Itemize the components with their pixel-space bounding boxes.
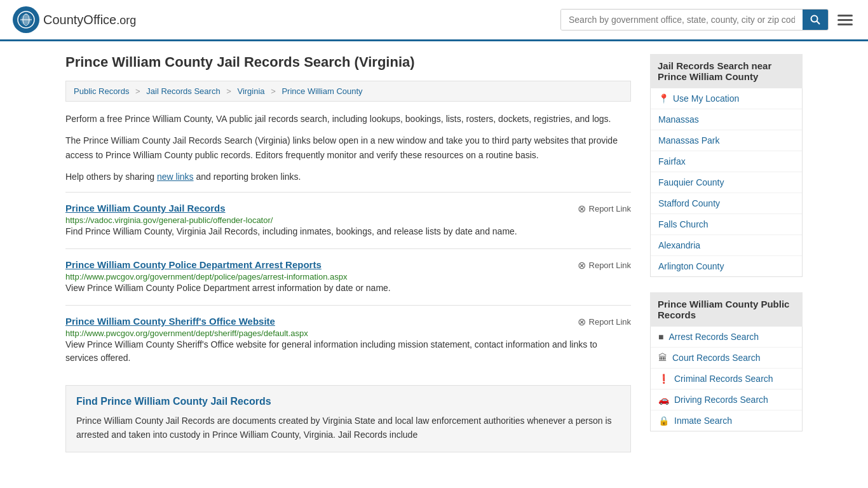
hamburger-line-3 (837, 24, 853, 25)
sidebar: Jail Records Search near Prince William … (650, 54, 803, 452)
breadcrumb-sep-1: > (135, 86, 140, 96)
breadcrumb-virginia[interactable]: Virginia (237, 86, 264, 96)
logo-icon (13, 6, 39, 33)
svg-line-6 (817, 22, 820, 25)
result-header-1: Prince William County Jail Records ⊗ Rep… (65, 203, 631, 215)
breadcrumb-jail-records[interactable]: Jail Records Search (146, 86, 220, 96)
menu-button[interactable] (835, 12, 855, 28)
sidebar-link-arlington-county[interactable]: Arlington County (651, 256, 802, 276)
intro-text-3: Help others by sharing new links and rep… (65, 170, 631, 184)
hamburger-line-2 (837, 19, 853, 21)
result-url-2[interactable]: http://www.pwcgov.org/government/dept/po… (65, 272, 347, 281)
sidebar-item-manassas-park: Manassas Park (651, 130, 802, 151)
result-desc-1: Find Prince William County, Virginia Jai… (65, 225, 631, 238)
driving-records-label: Driving Records Search (674, 395, 768, 405)
court-icon: 🏛 (658, 353, 667, 363)
content-area: Prince William County Jail Records Searc… (65, 54, 631, 452)
report-link-btn-3[interactable]: ⊗ Report Link (578, 316, 631, 328)
find-section-text: Prince William County Jail Records are d… (76, 414, 620, 442)
sidebar-public-list: ■ Arrest Records Search 🏛 Court Records … (650, 327, 803, 431)
report-label-2: Report Link (589, 261, 631, 270)
logo-suffix: .org (116, 14, 136, 27)
breadcrumb: Public Records > Jail Records Search > V… (65, 81, 631, 102)
sidebar-link-driving-records[interactable]: 🚗 Driving Records Search (651, 390, 776, 410)
sidebar-link-fauquier-county[interactable]: Fauquier County (651, 172, 802, 193)
search-button[interactable] (803, 10, 828, 30)
sidebar-item-arlington-county: Arlington County (651, 256, 802, 276)
sidebar-item-court-records: 🏛 Court Records Search (651, 348, 802, 369)
driving-icon: 🚗 (658, 395, 669, 405)
report-label-3: Report Link (589, 317, 631, 327)
inmate-search-label: Inmate Search (674, 416, 732, 426)
main-container: Prince William County Jail Records Searc… (53, 41, 815, 465)
report-link-btn-2[interactable]: ⊗ Report Link (578, 259, 631, 271)
sidebar-item-criminal-records: ❗ Criminal Records Search (651, 369, 802, 390)
intro-text-1: Perform a free Prince William County, VA… (65, 112, 631, 126)
sidebar-link-fairfax[interactable]: Fairfax (651, 151, 802, 172)
find-section-title: Find Prince William County Jail Records (76, 396, 620, 407)
court-records-label: Court Records Search (672, 353, 761, 363)
result-header-2: Prince William County Police Department … (65, 259, 631, 271)
criminal-icon: ❗ (658, 374, 669, 384)
sidebar-link-court-records[interactable]: 🏛 Court Records Search (651, 348, 768, 368)
report-icon-2: ⊗ (578, 259, 586, 271)
sidebar-link-alexandria[interactable]: Alexandria (651, 235, 802, 255)
result-title-2[interactable]: Prince William County Police Department … (65, 259, 322, 270)
inmate-icon: 🔒 (658, 416, 669, 426)
header-right (560, 9, 855, 30)
criminal-records-label: Criminal Records Search (674, 374, 773, 384)
sidebar-public-section: Prince William County Public Records ■ A… (650, 292, 803, 431)
logo-main-text: CountyOffice (43, 13, 116, 27)
intro-text-2: The Prince William County Jail Records S… (65, 133, 631, 162)
site-header: CountyOffice.org (0, 0, 868, 41)
sidebar-link-inmate-search[interactable]: 🔒 Inmate Search (651, 410, 740, 431)
hamburger-line-1 (837, 15, 853, 17)
sidebar-item-inmate-search: 🔒 Inmate Search (651, 410, 802, 431)
use-location-link[interactable]: 📍 Use My Location (651, 88, 802, 109)
sidebar-item-alexandria: Alexandria (651, 235, 802, 256)
sidebar-link-criminal-records[interactable]: ❗ Criminal Records Search (651, 369, 781, 389)
sidebar-link-arrest-records[interactable]: ■ Arrest Records Search (651, 327, 766, 347)
search-input[interactable] (561, 10, 803, 30)
sidebar-link-stafford-county[interactable]: Stafford County (651, 193, 802, 214)
intro-text-3-post: and reporting broken links. (194, 172, 301, 182)
search-bar (560, 9, 829, 30)
result-header-3: Prince William County Sheriff's Office W… (65, 316, 631, 328)
sidebar-item-stafford-county: Stafford County (651, 193, 802, 214)
result-title-1[interactable]: Prince William County Jail Records (65, 203, 226, 214)
sidebar-item-fauquier-county: Fauquier County (651, 172, 802, 193)
sidebar-link-manassas[interactable]: Manassas (651, 109, 802, 130)
result-item-2: Prince William County Police Department … (65, 248, 631, 305)
sidebar-link-falls-church[interactable]: Falls Church (651, 214, 802, 234)
sidebar-link-manassas-park[interactable]: Manassas Park (651, 130, 802, 151)
use-location-label: Use My Location (673, 93, 739, 104)
sidebar-item-manassas: Manassas (651, 109, 802, 130)
sidebar-nearby-title: Jail Records Search near Prince William … (650, 54, 803, 88)
report-icon-1: ⊗ (578, 203, 586, 215)
result-url-1[interactable]: https://vadoc.virginia.gov/general-publi… (65, 215, 273, 225)
breadcrumb-sep-3: > (271, 86, 276, 96)
find-section: Find Prince William County Jail Records … (65, 385, 631, 453)
report-link-btn-1[interactable]: ⊗ Report Link (578, 203, 631, 215)
page-title: Prince William County Jail Records Searc… (65, 54, 631, 71)
result-desc-2: View Prince William County Police Depart… (65, 281, 631, 295)
sidebar-item-fairfax: Fairfax (651, 151, 802, 172)
new-links-link[interactable]: new links (157, 172, 194, 182)
result-item-3: Prince William County Sheriff's Office W… (65, 305, 631, 375)
sidebar-nearby-section: Jail Records Search near Prince William … (650, 54, 803, 277)
result-desc-3: View Prince William County Sheriff's Off… (65, 338, 631, 365)
logo-area: CountyOffice.org (13, 6, 136, 33)
report-icon-3: ⊗ (578, 316, 586, 328)
result-title-3[interactable]: Prince William County Sheriff's Office W… (65, 316, 275, 327)
breadcrumb-county[interactable]: Prince William County (281, 86, 362, 96)
breadcrumb-sep-2: > (226, 86, 231, 96)
result-item-1: Prince William County Jail Records ⊗ Rep… (65, 192, 631, 248)
intro-text-3-pre: Help others by sharing (65, 172, 157, 182)
result-url-3[interactable]: http://www.pwcgov.org/government/dept/sh… (65, 329, 308, 338)
sidebar-item-falls-church: Falls Church (651, 214, 802, 235)
sidebar-item-use-location: 📍 Use My Location (651, 88, 802, 109)
sidebar-nearby-list: 📍 Use My Location Manassas Manassas Park… (650, 88, 803, 277)
logo-text: CountyOffice.org (43, 13, 136, 27)
arrest-records-label: Arrest Records Search (668, 332, 759, 342)
breadcrumb-public-records[interactable]: Public Records (74, 86, 129, 96)
